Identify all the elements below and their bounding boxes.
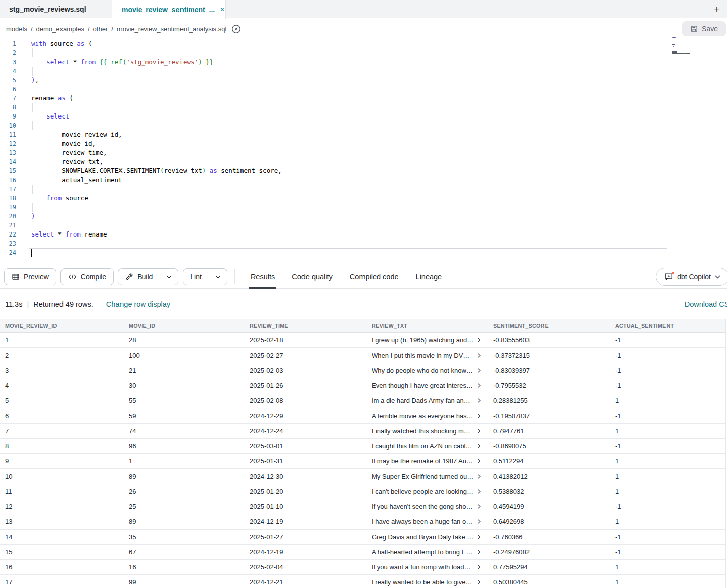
expand-cell-icon[interactable] (476, 519, 482, 524)
expand-cell-icon[interactable] (476, 337, 482, 343)
code-line-content (18, 121, 727, 130)
tab-compiled-code[interactable]: Compiled code (341, 265, 407, 289)
lint-menu-button[interactable] (209, 269, 227, 285)
code-line: 11 movie_review_id, (0, 130, 727, 139)
expand-cell-icon[interactable] (476, 474, 482, 479)
breadcrumb-item[interactable]: other (93, 25, 108, 33)
column-header-movie_review_id[interactable]: MOVIE_REVIEW_ID (0, 319, 124, 332)
code-line: 5), (0, 76, 727, 85)
expand-cell-icon[interactable] (476, 489, 482, 494)
expand-cell-icon[interactable] (476, 504, 482, 509)
cell-actual_sentiment: -1 (611, 363, 725, 378)
cell-review_time: 2025-02-08 (245, 393, 367, 408)
column-header-sentiment_score[interactable]: SENTIMENT_SCORE (489, 319, 611, 332)
breadcrumb-row: models/demo_examples/other/movie_review_… (0, 19, 727, 39)
build-label: Build (137, 273, 153, 281)
change-row-display-link[interactable]: Change row display (106, 300, 170, 308)
save-button[interactable]: Save (682, 21, 726, 36)
review-text-wrap: My Super Ex Girlfriend turned out to b… (372, 473, 482, 480)
minimap-line (673, 46, 674, 47)
expand-cell-icon[interactable] (476, 352, 482, 358)
line-number: 19 (0, 203, 18, 212)
review-text: I really wanted to be able to give this … (372, 578, 474, 586)
tab-code-quality[interactable]: Code quality (283, 265, 341, 289)
tab-stg-movie-reviews[interactable]: stg_movie_reviews.sql (0, 0, 112, 18)
minimap-line (672, 60, 672, 60)
cell-movie_id: 96 (124, 439, 245, 453)
minimap-line (674, 57, 676, 57)
expand-cell-icon[interactable] (476, 443, 482, 449)
tab-results[interactable]: Results (242, 265, 283, 289)
column-header-movie_id[interactable]: MOVIE_ID (124, 319, 245, 332)
expand-cell-icon[interactable] (476, 564, 482, 570)
review-text-wrap: If you want a fun romp with loads of s… (372, 563, 482, 571)
expand-cell-icon[interactable] (476, 368, 482, 373)
cell-movie_id: 16 (124, 560, 245, 574)
review-text-wrap: Im a die hard Dads Army fan and nothi… (372, 397, 482, 404)
cell-sentiment_score: -0.8690075 (489, 439, 611, 453)
minimap-line (672, 51, 677, 52)
minimap-line (685, 53, 690, 54)
cell-actual_sentiment: 1 (611, 469, 725, 484)
dbt-copilot-button[interactable]: dbt Copilot (656, 268, 727, 286)
cell-review_txt: A terrible movie as everyone has said. … (367, 408, 489, 423)
cell-actual_sentiment: 1 (611, 560, 725, 574)
download-csv-link[interactable]: Download CSV (685, 300, 727, 308)
line-number: 5 (0, 76, 18, 85)
expand-cell-icon[interactable] (476, 398, 482, 403)
table-row: 13892024-12-19I have always been a huge … (0, 514, 725, 530)
column-header-review_time[interactable]: REVIEW_TIME (245, 319, 367, 332)
compass-icon[interactable] (231, 24, 241, 34)
minimap-line (672, 55, 678, 55)
tab-lineage[interactable]: Lineage (407, 265, 451, 289)
column-header-actual_sentiment[interactable]: ACTUAL_SENTIMENT (611, 319, 725, 332)
line-number: 9 (0, 112, 18, 121)
breadcrumb-item[interactable]: movie_review_sentiment_analysis.sql (117, 25, 227, 33)
save-label: Save (702, 25, 718, 33)
line-number: 13 (0, 148, 18, 157)
expand-cell-icon[interactable] (476, 579, 482, 585)
line-number: 10 (0, 121, 18, 130)
expand-cell-icon[interactable] (476, 549, 482, 555)
rows-returned: Returned 49 rows. (33, 300, 93, 308)
code-line-content: actual_sentiment (18, 175, 727, 185)
new-tab-button[interactable]: + (710, 2, 724, 16)
review-text-wrap: When I put this movie in my DVD playe… (372, 351, 482, 359)
expand-cell-icon[interactable] (476, 458, 482, 464)
expand-cell-icon[interactable] (476, 383, 482, 388)
review-text-wrap: Even though I have great interest in Bi… (372, 382, 482, 389)
expand-cell-icon[interactable] (476, 413, 482, 419)
file-tab-bar: stg_movie_reviews.sql movie_review_senti… (0, 0, 727, 18)
compile-button[interactable]: Compile (60, 268, 114, 285)
cell-review_time: 2025-01-26 (245, 378, 367, 393)
table-row: 10892024-12-30My Super Ex Girlfriend tur… (0, 469, 725, 484)
preview-button[interactable]: Preview (4, 268, 56, 285)
code-line-content (18, 239, 727, 248)
cell-actual_sentiment: -1 (611, 408, 725, 423)
review-text-wrap: I caught this film on AZN on cable. It s… (372, 442, 482, 450)
lint-button[interactable]: Lint (183, 269, 209, 285)
cell-movie_id: 28 (124, 333, 245, 347)
column-header-review_txt[interactable]: REVIEW_TXT (367, 319, 489, 332)
lint-split-button: Lint (183, 268, 227, 285)
review-text: Im a die hard Dads Army fan and nothi… (372, 397, 474, 404)
review-text-wrap: I have always been a huge fan of "Hom… (372, 518, 482, 525)
review-text: I have always been a huge fan of "Hom… (372, 518, 474, 525)
expand-cell-icon[interactable] (476, 534, 482, 540)
divider (234, 269, 235, 284)
line-number: 23 (0, 239, 18, 248)
tab-movie-review-sentiment[interactable]: movie_review_sentiment_... × (112, 0, 226, 19)
build-button[interactable]: Build (118, 269, 160, 285)
breadcrumb-item[interactable]: models (6, 25, 27, 33)
cell-actual_sentiment: 1 (611, 393, 725, 408)
line-number: 20 (0, 212, 18, 221)
expand-cell-icon[interactable] (476, 428, 482, 434)
breadcrumb-item[interactable]: demo_examples (36, 25, 84, 33)
build-menu-button[interactable] (160, 269, 178, 285)
line-number: 21 (0, 221, 18, 230)
cell-movie_id: 89 (124, 514, 245, 529)
editor-minimap[interactable] (672, 37, 711, 68)
close-tab-icon[interactable]: × (220, 5, 224, 14)
sql-code-editor[interactable]: 1with source as (23 select * from {{ ref… (0, 39, 727, 265)
cell-sentiment_score: -0.37372315 (489, 348, 611, 363)
